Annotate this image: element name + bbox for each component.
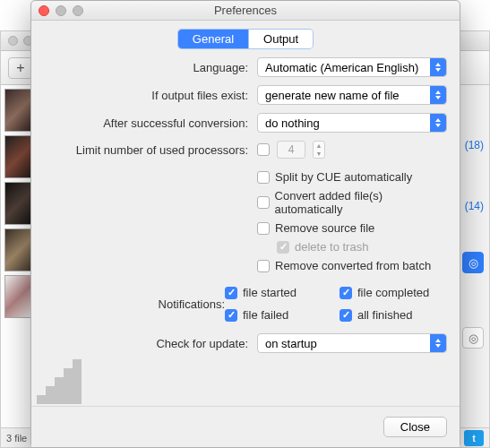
notif-file-completed[interactable]: file completed [340, 286, 447, 299]
check-update-select[interactable]: on startup [257, 333, 447, 353]
remove-converted-option[interactable]: Remove converted from batch [257, 259, 447, 272]
dropdown-arrow-icon [430, 58, 446, 76]
tab-general[interactable]: General [178, 30, 248, 48]
svg-rect-11 [73, 368, 82, 377]
dropdown-arrow-icon [430, 114, 446, 132]
convert-auto-label: Convert added file(s) automatically [275, 189, 447, 216]
add-button[interactable]: + [8, 57, 33, 79]
tab-output[interactable]: Output [248, 30, 313, 48]
notif-label: file failed [243, 308, 288, 322]
preferences-dialog: Preferences General Output Language: Aut… [30, 0, 460, 448]
checkbox-icon [225, 309, 237, 322]
bg-right-panel: (18) (14) ◎ ◎ [460, 139, 489, 349]
tab-bar: General Output [31, 21, 460, 54]
dropdown-arrow-icon [430, 334, 446, 352]
bg-traffic-dot [8, 36, 18, 46]
svg-rect-1 [46, 386, 55, 395]
svg-rect-0 [37, 395, 46, 404]
svg-rect-2 [46, 395, 55, 404]
svg-rect-9 [64, 395, 73, 404]
remove-source-label: Remove source file [275, 221, 374, 235]
checkbox-icon [277, 241, 289, 254]
delete-trash-option: delete to trash [257, 240, 447, 254]
checkbox-icon [340, 309, 352, 322]
delete-trash-label: delete to trash [295, 240, 368, 254]
status-text: 3 file [6, 433, 27, 444]
svg-rect-14 [73, 395, 82, 404]
notif-file-started[interactable]: file started [225, 286, 323, 299]
notif-label: all finished [357, 308, 412, 322]
check-update-value: on startup [265, 337, 317, 350]
svg-rect-6 [64, 368, 73, 377]
label-after-conv: After successful conversion: [44, 116, 248, 130]
checkbox-icon [257, 260, 270, 272]
split-cue-option[interactable]: Split by CUE automatically [257, 170, 447, 184]
svg-rect-4 [55, 386, 64, 395]
language-select[interactable]: Automatic (American English) [257, 57, 447, 77]
checkbox-icon [225, 287, 237, 299]
close-button[interactable]: Close [383, 417, 447, 437]
count-link[interactable]: (14) [465, 200, 484, 212]
after-conv-value: do nothing [265, 116, 320, 130]
if-exist-select[interactable]: generate new name of file [257, 85, 447, 105]
label-language: Language: [44, 61, 248, 74]
remove-source-option[interactable]: Remove source file [257, 221, 447, 235]
preferences-form: Language: Automatic (American English) I… [31, 54, 460, 406]
language-value: Automatic (American English) [265, 61, 418, 74]
proc-count-field[interactable]: 4 [277, 141, 305, 159]
count-link[interactable]: (18) [465, 139, 484, 151]
checkbox-icon [257, 196, 270, 209]
svg-rect-3 [55, 377, 64, 386]
svg-rect-7 [64, 377, 73, 386]
dialog-footer: Close [31, 406, 460, 447]
resize-grip-icon[interactable] [37, 350, 90, 404]
split-cue-label: Split by CUE automatically [275, 170, 412, 184]
proc-stepper[interactable]: ▲▼ [313, 141, 325, 159]
notif-label: file started [243, 286, 297, 299]
svg-rect-10 [73, 359, 82, 368]
notif-file-failed[interactable]: file failed [225, 308, 323, 322]
twitter-icon[interactable]: t [464, 430, 484, 446]
checkbox-icon [257, 222, 270, 235]
if-exist-value: generate new name of file [265, 89, 400, 102]
svg-rect-12 [73, 377, 82, 386]
notif-label: file completed [357, 286, 429, 299]
checkbox-icon [340, 287, 352, 299]
label-limit-proc: Limit number of used processors: [44, 143, 248, 157]
dialog-title: Preferences [31, 4, 460, 17]
limit-proc-checkbox[interactable] [257, 143, 270, 156]
checkbox-icon [257, 171, 270, 184]
notif-all-finished[interactable]: all finished [340, 308, 447, 322]
label-check-update: Check for update: [44, 337, 248, 350]
label-notifications: Notifications: [44, 297, 225, 311]
side-tool-selected[interactable]: ◎ [462, 252, 484, 273]
remove-converted-label: Remove converted from batch [275, 259, 431, 272]
side-tool[interactable]: ◎ [462, 327, 484, 349]
dropdown-arrow-icon [430, 86, 446, 104]
svg-rect-13 [73, 386, 82, 395]
svg-rect-8 [64, 386, 73, 395]
label-if-exist: If output files exist: [44, 89, 248, 102]
convert-auto-option[interactable]: Convert added file(s) automatically [257, 189, 447, 216]
after-conv-select[interactable]: do nothing [257, 113, 447, 133]
modal-titlebar: Preferences [31, 1, 460, 21]
svg-rect-5 [55, 395, 64, 404]
